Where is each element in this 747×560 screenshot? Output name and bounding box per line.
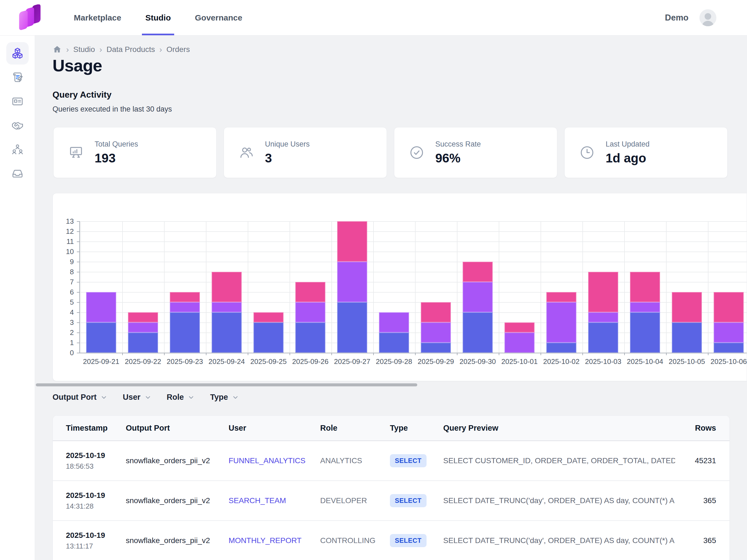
filter-role[interactable]: Role [167, 393, 195, 402]
bar-segment-series-blue-2025-10-03[interactable] [588, 322, 618, 353]
gridline-x [80, 221, 81, 353]
bar-segment-series-blue-2025-09-27[interactable] [337, 302, 367, 353]
breadcrumb-data-products[interactable]: Data Products [106, 45, 155, 54]
stat-value: 193 [95, 151, 138, 166]
y-tick-label: 1 [53, 338, 74, 347]
home-icon[interactable] [52, 45, 62, 54]
filter-output-port[interactable]: Output Port [52, 393, 107, 402]
sidebar-item-output-ports[interactable] [6, 90, 29, 113]
bar-segment-series-blue-2025-10-04[interactable] [630, 312, 660, 353]
bar-segment-series-purple-2025-09-23[interactable] [170, 302, 200, 312]
bar-segment-series-purple-2025-09-24[interactable] [212, 302, 242, 312]
bar-segment-series-pink-2025-10-06[interactable] [714, 292, 744, 322]
nav-governance[interactable]: Governance [192, 0, 246, 35]
chart-horizontal-scrollbar[interactable] [36, 383, 417, 386]
bar-segment-series-blue-2025-09-21[interactable] [86, 322, 116, 353]
bar-segment-series-pink-2025-09-25[interactable] [254, 312, 284, 322]
bar-segment-series-pink-2025-10-03[interactable] [588, 272, 618, 312]
bar-segment-series-purple-2025-09-22[interactable] [128, 322, 158, 332]
bar-segment-series-purple-2025-09-28[interactable] [379, 312, 409, 332]
cell-rows: 365 [675, 536, 716, 545]
bar-segment-series-blue-2025-10-02[interactable] [546, 342, 576, 353]
nav-marketplace[interactable]: Marketplace [71, 0, 124, 35]
bar-segment-series-blue-2025-10-06[interactable] [714, 342, 744, 353]
filter-user[interactable]: User [123, 393, 152, 402]
x-axis-tick [457, 353, 458, 355]
bar-segment-series-blue-2025-09-24[interactable] [212, 312, 242, 353]
breadcrumb-studio[interactable]: Studio [73, 45, 95, 54]
bar-segment-series-pink-2025-09-26[interactable] [295, 282, 325, 302]
bar-segment-series-pink-2025-10-01[interactable] [505, 322, 535, 332]
app-logo[interactable] [17, 4, 44, 31]
bar-segment-series-pink-2025-09-22[interactable] [128, 312, 158, 322]
gridline-x [248, 221, 248, 353]
stat-label: Last Updated [606, 140, 650, 149]
bar-segment-series-purple-2025-10-04[interactable] [630, 302, 660, 312]
table-header-row: Timestamp Output Port User Role Type Que… [53, 416, 729, 441]
bar-segment-series-pink-2025-10-04[interactable] [630, 272, 660, 302]
sidebar-item-agreements[interactable] [6, 114, 29, 137]
filter-label: Output Port [52, 393, 97, 402]
main-nav: Marketplace Studio Governance [62, 0, 254, 35]
bar-segment-series-purple-2025-10-06[interactable] [714, 322, 744, 342]
x-axis-tick [666, 353, 667, 355]
y-tick-label: 7 [53, 278, 74, 286]
x-category-label: 2025-10-03 [583, 357, 624, 366]
gridline-x [583, 221, 583, 353]
x-axis-tick [331, 353, 332, 355]
filter-type[interactable]: Type [210, 393, 239, 402]
bar-segment-series-pink-2025-09-30[interactable] [463, 262, 493, 282]
gridline-x [457, 221, 458, 353]
table-row: 2025-10-19 13:11:17 snowflake_orders_pii… [53, 521, 729, 560]
bar-segment-series-blue-2025-10-05[interactable] [672, 322, 702, 353]
stat-value: 1d ago [606, 151, 650, 166]
bar-segment-series-blue-2025-09-26[interactable] [295, 322, 325, 353]
bar-segment-series-blue-2025-09-28[interactable] [379, 332, 409, 353]
bar-segment-series-blue-2025-09-29[interactable] [421, 342, 451, 353]
main-content: › Studio › Data Products › Orders Usage … [35, 35, 747, 560]
bar-segment-series-pink-2025-10-02[interactable] [546, 292, 576, 302]
user-menu[interactable]: Demo [665, 9, 716, 26]
gridline-x [289, 221, 290, 353]
bar-segment-series-purple-2025-10-01[interactable] [505, 332, 535, 353]
bar-segment-series-pink-2025-10-05[interactable] [672, 292, 702, 322]
chevron-down-icon [100, 394, 107, 401]
cell-user-link[interactable]: FUNNEL_ANALYTICS [229, 456, 320, 465]
gridline-x [415, 221, 416, 353]
cell-role: CONTROLLING [320, 536, 390, 545]
sidebar-item-inbox[interactable] [6, 162, 29, 185]
filter-label: User [123, 393, 140, 402]
bar-segment-series-blue-2025-09-22[interactable] [128, 332, 158, 353]
query-table-card: Timestamp Output Port User Role Type Que… [52, 415, 730, 560]
cell-user-link[interactable]: MONTHLY_REPORT [229, 536, 320, 545]
avatar [699, 9, 716, 26]
breadcrumb-separator: › [66, 45, 69, 54]
sidebar-item-data-contracts[interactable] [6, 66, 29, 88]
bar-segment-series-purple-2025-09-27[interactable] [337, 262, 367, 302]
x-category-label: 2025-10-02 [541, 357, 582, 366]
bar-segment-series-blue-2025-09-23[interactable] [170, 312, 200, 353]
bar-segment-series-pink-2025-09-27[interactable] [337, 221, 367, 262]
bar-segment-series-blue-2025-09-30[interactable] [463, 312, 493, 353]
bar-segment-series-purple-2025-10-02[interactable] [546, 302, 576, 342]
cell-output-port: snowflake_orders_pii_v2 [126, 496, 229, 505]
bar-segment-series-pink-2025-09-29[interactable] [421, 302, 451, 322]
bar-segment-series-purple-2025-09-30[interactable] [463, 282, 493, 312]
bar-segment-series-blue-2025-09-25[interactable] [254, 322, 284, 353]
bar-segment-series-pink-2025-09-23[interactable] [170, 292, 200, 302]
bar-segment-series-purple-2025-09-29[interactable] [421, 322, 451, 342]
y-axis-tick [77, 332, 79, 333]
filter-label: Role [167, 393, 184, 402]
left-sidebar [0, 35, 35, 560]
bar-segment-series-purple-2025-09-26[interactable] [295, 302, 325, 322]
nav-studio[interactable]: Studio [142, 0, 174, 35]
sidebar-item-teams[interactable] [6, 138, 29, 161]
bar-segment-series-purple-2025-09-21[interactable] [86, 292, 116, 322]
sidebar-item-data-products[interactable] [6, 42, 29, 65]
inbox-tray-icon [11, 167, 24, 180]
bar-segment-series-pink-2025-09-24[interactable] [212, 272, 242, 302]
x-category-label: 2025-09-26 [289, 357, 331, 366]
bar-segment-series-purple-2025-10-03[interactable] [588, 312, 618, 322]
cell-user-link[interactable]: SEARCH_TEAM [229, 496, 320, 505]
chevron-down-icon [187, 394, 195, 401]
